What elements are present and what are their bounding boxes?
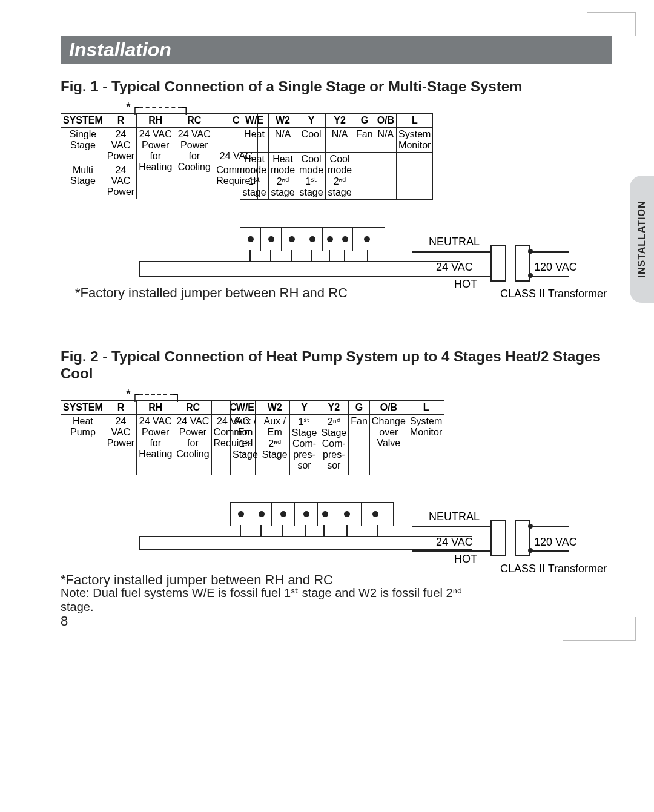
th: W/E xyxy=(240,114,269,128)
td: Fan xyxy=(349,415,370,475)
th: O/B xyxy=(369,401,408,415)
th: W2 xyxy=(260,401,289,415)
fig1-right-table: W/E W2 Y Y2 G O/B L Heat N/A Cool N/A Fa… xyxy=(240,113,433,200)
td: Single Stage xyxy=(61,128,105,163)
th: SYSTEM xyxy=(61,401,105,415)
tf-label: CLASS II Transformer xyxy=(500,563,573,575)
td xyxy=(397,153,433,200)
td: Aux / Em 1ˢᵗ Stage xyxy=(231,415,260,475)
tf-24vac: 24 VAC xyxy=(436,536,473,549)
fig1-footnote: *Factory installed jumper between RH and… xyxy=(75,285,348,301)
th-rh: RH xyxy=(137,114,174,128)
td xyxy=(354,153,375,200)
th: G xyxy=(349,401,370,415)
fig2-title: Fig. 2 - Typical Connection of Heat Pump… xyxy=(61,348,612,382)
td: Heat mode 1ˢᵗ stage xyxy=(240,153,269,200)
td: Aux / Em 2ⁿᵈ Stage xyxy=(260,415,289,475)
th: L xyxy=(408,401,444,415)
td: Heat xyxy=(240,128,269,153)
td: Cool xyxy=(297,128,326,153)
th: L xyxy=(397,114,433,128)
td: System Monitor xyxy=(408,415,444,475)
section-header: Installation xyxy=(61,36,612,64)
td: Cool mode 2ⁿᵈ stage xyxy=(326,153,354,200)
td: Heat Pump xyxy=(61,415,105,475)
tf-neutral: NEUTRAL xyxy=(429,510,480,523)
page-content: Installation Fig. 1 - Typical Connection… xyxy=(0,0,654,647)
td: N/A xyxy=(375,128,396,153)
tf-neutral: NEUTRAL xyxy=(429,236,480,248)
td: Cool mode 1ˢᵗ stage xyxy=(297,153,326,200)
th: W/E xyxy=(231,401,260,415)
td: 2ⁿᵈ Stage Com-pres-sor xyxy=(319,415,349,475)
fig2-jumper-asterisk: *┌┐ xyxy=(126,387,182,401)
fig1-transformer: NEUTRAL 24 VAC HOT 120 VAC CLASS II Tran… xyxy=(460,227,587,300)
td: Change over Valve xyxy=(369,415,408,475)
fig1-diagram: *┌┐ SYSTEM R RH RC C Single Stage 24 VAC… xyxy=(61,106,587,330)
th-rc: RC xyxy=(174,114,214,128)
th-r: R xyxy=(105,114,136,128)
td xyxy=(375,153,396,200)
fig2-note: Note: Dual fuel systems W/E is fossil fu… xyxy=(61,586,484,614)
fig1-terminal-strip xyxy=(240,227,385,251)
fig1-jumper-asterisk: *┌┐ xyxy=(126,100,190,114)
corner-mark-bottom-right xyxy=(563,617,636,641)
th-system: SYSTEM xyxy=(61,114,105,128)
fig2-left-table: SYSTEM R RH RC C Heat Pump 24 VAC Power … xyxy=(61,400,256,475)
td: Multi Stage xyxy=(61,163,105,199)
tf-120vac: 120 VAC xyxy=(534,261,577,274)
fig2-diagram: *┌┐ SYSTEM R RH RC C Heat Pump 24 VAC Po… xyxy=(61,393,587,617)
td: 24 VAC Power xyxy=(105,128,136,163)
th: W2 xyxy=(269,114,297,128)
tf-hot: HOT xyxy=(454,278,477,291)
fig2-terminal-strip xyxy=(230,502,394,526)
fig1-title: Fig. 1 - Typical Connection of a Single … xyxy=(61,78,612,95)
fig1-left-table: SYSTEM R RH RC C Single Stage 24 VAC Pow… xyxy=(61,113,258,199)
tf-hot: HOT xyxy=(454,553,477,566)
td: 24 VAC Power for Heating xyxy=(137,415,174,475)
th: R xyxy=(105,401,136,415)
th: Y xyxy=(289,401,319,415)
page-number: 8 xyxy=(61,613,68,629)
td: N/A xyxy=(269,128,297,153)
td: 24 VAC Power for Cooling xyxy=(174,128,214,199)
td: Heat mode 2ⁿᵈ stage xyxy=(269,153,297,200)
td: 24 VAC Power for Cooling xyxy=(174,415,211,475)
td: 1ˢᵗ Stage Com-pres-sor xyxy=(289,415,319,475)
th: Y2 xyxy=(319,401,349,415)
fig2-transformer: NEUTRAL 24 VAC HOT 120 VAC CLASS II Tran… xyxy=(460,502,587,575)
th: Y2 xyxy=(326,114,354,128)
th: RC xyxy=(174,401,211,415)
fig2-right-table: W/E W2 Y Y2 G O/B L Aux / Em 1ˢᵗ Stage A… xyxy=(230,400,444,475)
th: RH xyxy=(137,401,174,415)
th: Y xyxy=(297,114,326,128)
td: 24 VAC Power xyxy=(105,415,136,475)
th: G xyxy=(354,114,375,128)
tf-label: CLASS II Transformer xyxy=(500,288,573,300)
td: 24 VAC Power xyxy=(105,163,136,199)
td: 24 VAC Power for Heating xyxy=(137,128,174,199)
th: O/B xyxy=(375,114,396,128)
tf-120vac: 120 VAC xyxy=(534,536,577,549)
td: Fan xyxy=(354,128,375,153)
td: System Monitor xyxy=(397,128,433,153)
tf-24vac: 24 VAC xyxy=(436,261,473,274)
td: N/A xyxy=(326,128,354,153)
